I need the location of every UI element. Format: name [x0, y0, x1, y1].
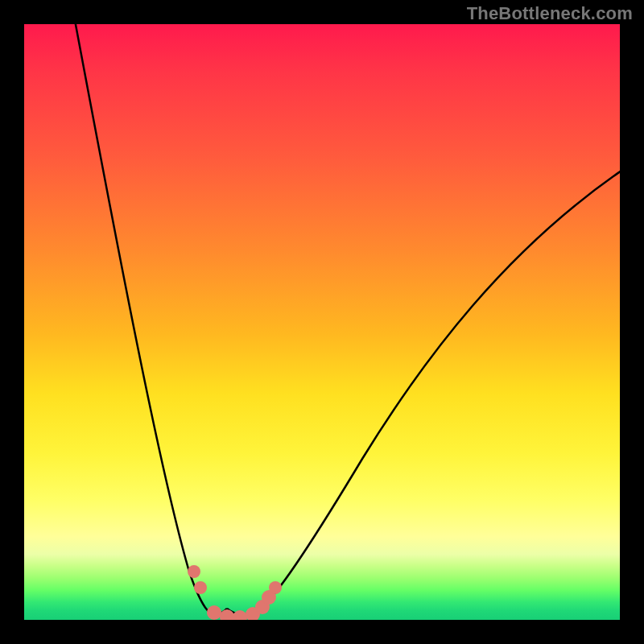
marker-dot	[233, 610, 247, 620]
chart-svg	[24, 24, 620, 620]
chart-markers	[188, 565, 282, 620]
marker-dot	[207, 605, 221, 620]
marker-dot	[194, 581, 207, 594]
chart-frame: TheBottleneck.com	[0, 0, 644, 644]
watermark-text: TheBottleneck.com	[467, 3, 633, 24]
marker-dot	[188, 565, 200, 578]
left-curve	[74, 24, 227, 615]
plot-area	[24, 24, 620, 620]
marker-dot	[269, 581, 282, 594]
right-curve	[266, 171, 620, 604]
chart-curves	[74, 24, 620, 615]
